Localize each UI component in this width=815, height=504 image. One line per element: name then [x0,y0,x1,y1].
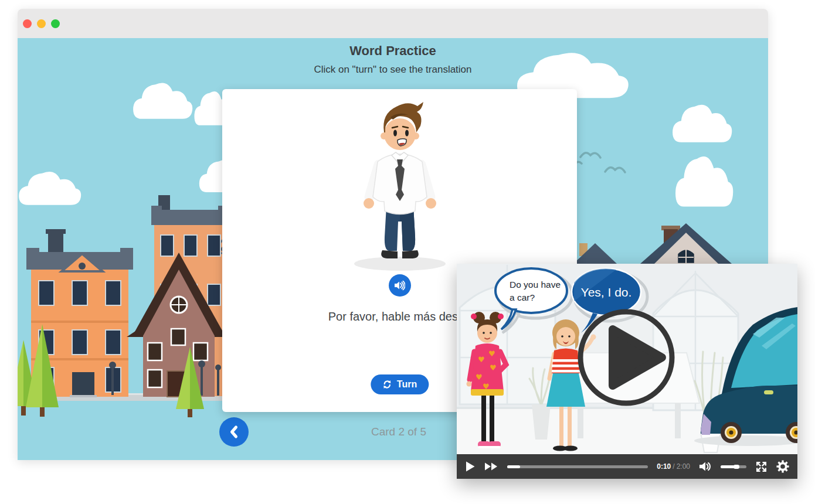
fullscreen-icon [755,461,768,473]
refresh-icon [382,380,392,389]
gear-icon [776,460,789,473]
progress-bar[interactable] [507,465,648,468]
play-overlay-button[interactable] [457,264,797,454]
volume-button[interactable] [699,461,712,472]
turn-button-label: Turn [397,379,417,390]
time-current: 0:10 [657,462,671,471]
close-window-button[interactable] [23,19,32,28]
screenshot-root: Word Practice Click on "turn" to see the… [0,0,815,504]
video-controls-bar: 0:10/2:00 [457,454,797,479]
settings-button[interactable] [776,460,789,473]
volume-slider[interactable] [721,465,746,468]
speaker-icon [394,280,405,291]
audio-button[interactable] [389,274,411,297]
fast-forward-button[interactable] [484,462,498,471]
video-player: ♥♥ ♥♥♥ [457,264,797,479]
zoom-window-button[interactable] [51,19,60,28]
window-titlebar [18,9,768,38]
play-button[interactable] [465,461,476,472]
minimize-window-button[interactable] [37,19,46,28]
progress-fill [507,465,520,468]
time-display: 0:10/2:00 [657,462,690,471]
page-title: Word Practice [18,44,768,58]
man-illustration [339,97,460,273]
turn-button[interactable]: Turn [371,374,429,394]
video-screen: ♥♥ ♥♥♥ [457,264,797,454]
time-total: 2:00 [677,462,690,471]
volume-icon [699,461,712,472]
time-separator: / [673,462,674,471]
play-icon [465,461,476,472]
volume-handle[interactable] [734,465,739,469]
fullscreen-button[interactable] [755,461,768,473]
page-subtitle: Click on "turn" to see the translation [18,63,768,77]
fast-forward-icon [484,462,498,471]
